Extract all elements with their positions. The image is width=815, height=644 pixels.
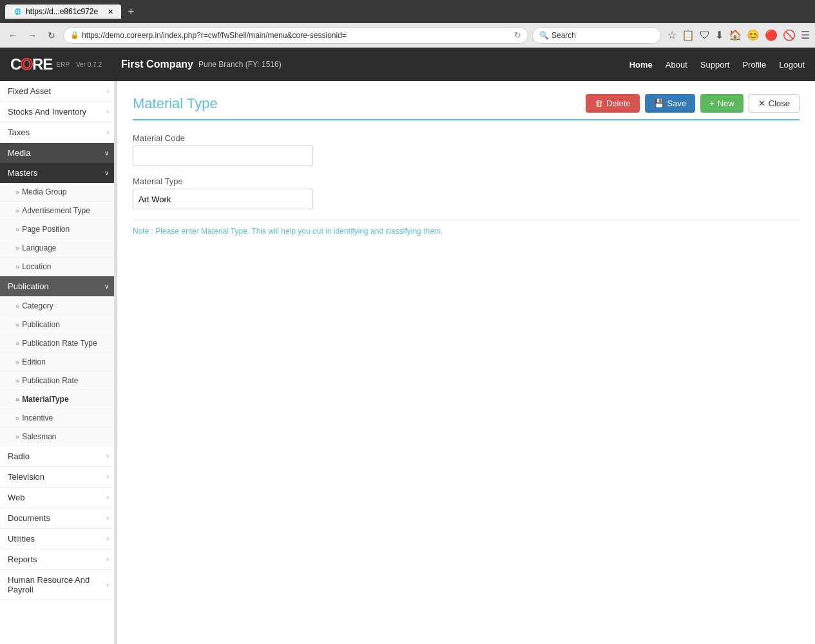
sidebar-item-incentive[interactable]: » Incentive <box>0 409 117 428</box>
sidebar-item-web[interactable]: Web › <box>0 488 117 508</box>
sidebar-item-label: Stocks And Inventory <box>8 107 86 117</box>
browser-tab[interactable]: 🌐 https://d...e861c972e ✕ <box>5 5 121 19</box>
sidebar-section-masters[interactable]: Masters ∨ <box>0 163 117 183</box>
browser-nav-icons: ☆ 📋 🛡 ⬇ 🏠 😊 🔴 🚫 ☰ <box>667 29 810 41</box>
nav-logout[interactable]: Logout <box>779 60 805 70</box>
sidebar-item-publication-rate-type[interactable]: » Publication Rate Type <box>0 334 117 353</box>
delete-label: Delete <box>606 99 631 108</box>
sidebar-item-reports[interactable]: Reports › <box>0 549 117 570</box>
sidebar-item-label: Human Resource And Payroll <box>8 575 107 594</box>
download-icon[interactable]: ⬇ <box>715 29 724 41</box>
bullet-icon: » <box>15 207 19 214</box>
sidebar-item-label: Web <box>8 493 25 502</box>
sidebar-item-taxes[interactable]: Taxes › <box>0 122 117 143</box>
save-label: Save <box>667 99 687 108</box>
material-code-input[interactable] <box>133 146 313 166</box>
action-buttons: 🗑 Delete 💾 Save + New ✕ Close <box>586 94 800 113</box>
chevron-right-icon: › <box>107 556 109 563</box>
back-button[interactable]: ← <box>5 28 21 43</box>
bullet-icon: » <box>15 263 19 270</box>
new-tab-button[interactable]: + <box>128 5 135 19</box>
bullet-icon: » <box>15 433 19 440</box>
sidebar-item-radio[interactable]: Radio › <box>0 446 117 467</box>
sidebar-item-utilities[interactable]: Utilities › <box>0 529 117 549</box>
tab-title: https://d...e861c972e <box>26 7 98 16</box>
sidebar-item-hr-payroll[interactable]: Human Resource And Payroll › <box>0 570 117 600</box>
main-layout: Fixed Asset › Stocks And Inventory › Tax… <box>0 81 815 644</box>
chevron-down-icon: ∨ <box>104 149 109 156</box>
new-label: New <box>718 99 734 108</box>
nav-profile[interactable]: Profile <box>742 60 766 70</box>
sidebar-item-label: Incentive <box>22 413 53 422</box>
refresh-icon[interactable]: ↻ <box>514 30 521 40</box>
sidebar-item-documents[interactable]: Documents › <box>0 508 117 529</box>
reading-list-icon[interactable]: 📋 <box>682 29 695 41</box>
material-type-input[interactable] <box>133 189 313 209</box>
sidebar-item-location[interactable]: » Location <box>0 258 117 276</box>
sidebar-section-media[interactable]: Media ∨ <box>0 143 117 163</box>
home-icon[interactable]: 🏠 <box>729 29 742 41</box>
sidebar-item-advertisement-type[interactable]: » Advertisement Type <box>0 202 117 220</box>
logo-text: CORE <box>10 55 52 73</box>
page-title: Material Type <box>133 95 218 112</box>
sidebar-item-label: Publication Rate Type <box>22 339 97 348</box>
material-code-group: Material Code <box>133 133 800 166</box>
extension-icon[interactable]: 🔴 <box>765 29 778 41</box>
sidebar-item-publication-rate[interactable]: » Publication Rate <box>0 372 117 390</box>
sidebar-item-publication[interactable]: Publication ∨ <box>0 276 117 297</box>
sidebar-item-label: Location <box>22 262 51 271</box>
sidebar-item-category[interactable]: » Category <box>0 297 117 316</box>
close-button[interactable]: ✕ Close <box>749 94 800 113</box>
browser-chrome: 🌐 https://d...e861c972e ✕ + <box>0 0 815 23</box>
sidebar-item-television[interactable]: Television › <box>0 467 117 488</box>
save-button[interactable]: 💾 Save <box>645 94 696 113</box>
addon-icon[interactable]: 🚫 <box>783 29 796 41</box>
sidebar-item-label: Publication Rate <box>22 376 78 385</box>
sidebar-item-label: Publication <box>8 281 49 291</box>
delete-button[interactable]: 🗑 Delete <box>586 94 640 113</box>
sidebar-item-label: Publication <box>22 320 60 329</box>
nav-support[interactable]: Support <box>700 60 730 70</box>
search-box[interactable]: 🔍 Search <box>532 27 661 44</box>
sidebar-item-fixed-asset[interactable]: Fixed Asset › <box>0 81 117 102</box>
chevron-down-icon: ∨ <box>104 169 109 176</box>
shield-icon[interactable]: 🛡 <box>700 30 710 41</box>
main-content: Material Type 🗑 Delete 💾 Save + New ✕ Cl… <box>117 81 815 644</box>
sidebar-item-salesman[interactable]: » Salesman <box>0 428 117 446</box>
sidebar-item-page-position[interactable]: » Page Position <box>0 220 117 239</box>
logo-version: Ver 0.7.2 <box>76 61 102 68</box>
chevron-right-icon: › <box>107 494 109 501</box>
profile-icon[interactable]: 😊 <box>747 29 760 41</box>
forward-button[interactable]: → <box>24 28 40 43</box>
address-bar[interactable]: 🔒 https://demo.coreerp.in/index.php?r=cw… <box>63 27 528 44</box>
sidebar-item-stocks[interactable]: Stocks And Inventory › <box>0 102 117 122</box>
nav-home[interactable]: Home <box>629 60 653 70</box>
nav-about[interactable]: About <box>666 60 687 70</box>
sidebar-item-language[interactable]: » Language <box>0 239 117 258</box>
tab-close-button[interactable]: ✕ <box>108 8 113 16</box>
sidebar-resize-handle[interactable] <box>114 81 117 644</box>
bullet-icon: » <box>15 414 19 422</box>
bullet-icon: » <box>15 302 19 310</box>
sidebar-item-label: Utilities <box>8 534 35 544</box>
chevron-right-icon: › <box>107 88 109 95</box>
reload-button[interactable]: ↻ <box>44 28 59 43</box>
page-header: Material Type 🗑 Delete 💾 Save + New ✕ Cl… <box>133 94 800 120</box>
menu-icon[interactable]: ☰ <box>801 29 810 41</box>
bookmark-icon[interactable]: ☆ <box>667 29 676 41</box>
sidebar-item-media-group[interactable]: » Media Group <box>0 183 117 202</box>
sidebar-item-label: Language <box>22 243 56 252</box>
sidebar-item-label: Television <box>8 472 44 482</box>
bullet-icon: » <box>15 244 19 252</box>
sidebar-item-material-type[interactable]: » MaterialType <box>0 390 117 409</box>
sidebar-item-publication[interactable]: » Publication <box>0 316 117 334</box>
sidebar-item-label: Category <box>22 301 53 310</box>
search-icon: 🔍 <box>539 31 549 40</box>
new-button[interactable]: + New <box>700 94 743 113</box>
trash-icon: 🗑 <box>595 99 603 108</box>
header-nav: Home About Support Profile Logout <box>629 60 805 70</box>
sidebar-item-edition[interactable]: » Edition <box>0 353 117 372</box>
chevron-right-icon: › <box>107 108 109 115</box>
app-logo: CORE ERP Ver 0.7.2 <box>10 55 102 73</box>
bullet-icon: » <box>15 321 19 328</box>
